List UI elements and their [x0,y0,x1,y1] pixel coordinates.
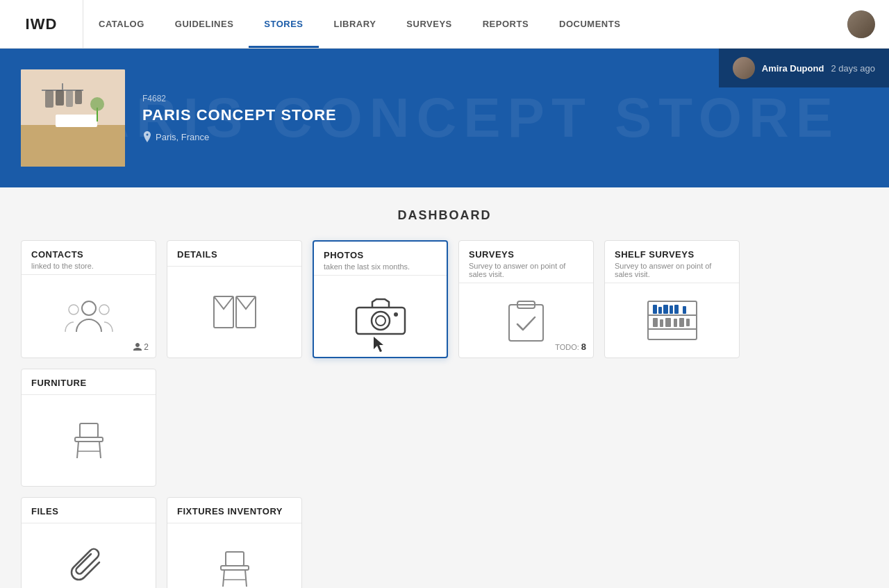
surveys-todo-badge: TODO: 8 [555,342,586,352]
svg-rect-20 [509,305,543,341]
svg-rect-34 [674,319,677,327]
svg-point-11 [82,301,96,315]
nav-links: CATALOG GUIDELINES STORES LIBRARY SURVEY… [83,0,847,48]
card-furniture-title: FURNITURE [31,378,146,388]
svg-rect-28 [670,305,673,314]
user-badge-avatar [733,57,755,79]
nav-library[interactable]: LIBRARY [319,0,392,48]
user-time: 2 days ago [831,63,875,74]
card-shelf-surveys-title: SHELF SURVEYS [615,249,729,260]
card-surveys-header: SURVEYS Survey to answer on point of sal… [459,241,593,283]
card-shelf-surveys-header: SHELF SURVEYS Survey to answer on point … [605,241,739,283]
card-details-header: DETAILS [167,241,301,267]
card-surveys[interactable]: SURVEYS Survey to answer on point of sal… [458,240,594,358]
contact-badge-icon [133,343,142,351]
card-photos-subtitle: taken the last six months. [324,262,437,271]
card-fixtures-inventory[interactable]: FIXTURES INVENTORY [167,497,302,588]
card-files-body: 2 [22,523,156,588]
svg-rect-8 [56,115,97,127]
svg-rect-29 [674,305,679,314]
dashboard-section: DASHBOARD CONTACTS linked to the store. [0,187,889,588]
svg-rect-38 [80,423,98,437]
svg-rect-4 [45,90,53,108]
cursor-icon [374,337,388,353]
cards-row-2: FILES 2 FIXTURES INVENTORY [21,497,868,588]
svg-point-17 [372,312,390,330]
card-furniture[interactable]: FURNITURE [21,369,156,487]
svg-rect-27 [663,305,668,314]
svg-point-10 [90,97,104,111]
store-code: F4682 [142,94,337,103]
store-img-inner [21,69,125,167]
card-shelf-surveys-body [605,283,739,358]
card-photos-title: PHOTOS [324,250,437,260]
svg-rect-35 [679,318,684,327]
svg-rect-33 [665,318,671,327]
paperclip-icon [65,545,113,589]
store-location: Paris, France [142,131,337,142]
store-image [21,69,125,167]
svg-rect-7 [75,90,82,104]
hero-banner: PARIS CONCEPT STORE F4682 [0,49,889,187]
card-photos-body [314,276,447,357]
survey-checklist-icon [504,298,549,343]
store-name: PARIS CONCEPT STORE [142,106,337,124]
svg-point-13 [99,305,109,314]
svg-line-44 [223,570,224,587]
chair-icon [65,417,113,465]
svg-rect-1 [21,125,125,167]
card-fixtures-header: FIXTURES INVENTORY [167,498,301,523]
card-surveys-title: SURVEYS [469,249,583,260]
card-details[interactable]: DETAILS [167,240,302,358]
card-contacts-header: CONTACTS linked to the store. [22,241,156,275]
logo-text: IWD [26,15,58,33]
card-surveys-body: TODO: 8 [459,283,593,358]
svg-rect-6 [66,90,73,107]
svg-rect-36 [686,319,690,326]
svg-rect-43 [226,552,244,566]
card-photos[interactable]: PHOTOS taken the last six months. [313,240,448,358]
cards-row-1: CONTACTS linked to the store. 2 [21,240,868,487]
card-contacts[interactable]: CONTACTS linked to the store. 2 [21,240,156,358]
svg-rect-25 [653,305,657,314]
hero-user-badge: Amira Dupond 2 days ago [719,49,889,87]
details-icon [210,289,259,335]
svg-point-18 [376,316,385,326]
nav-surveys[interactable]: SURVEYS [391,0,467,48]
card-details-body [167,267,301,358]
card-shelf-surveys[interactable]: SHELF SURVEYS Survey to answer on point … [604,240,740,358]
nav-catalog[interactable]: CATALOG [83,0,160,48]
card-furniture-body [22,395,156,486]
camera-icon [353,294,408,339]
shelf-icon [645,298,700,343]
nav-documents[interactable]: DOCUMENTS [544,0,635,48]
svg-line-39 [77,442,78,458]
svg-rect-31 [653,318,658,327]
card-files-header: FILES [22,498,156,523]
logo[interactable]: IWD [0,0,83,48]
card-files[interactable]: FILES 2 [21,497,156,588]
store-location-text: Paris, France [156,132,209,142]
card-shelf-surveys-subtitle: Survey to answer on point of sales visit… [615,262,729,278]
fixtures-chair-icon [210,545,259,589]
user-avatar-nav[interactable] [847,10,875,38]
card-details-title: DETAILS [177,249,292,260]
navbar: IWD CATALOG GUIDELINES STORES LIBRARY SU… [0,0,889,49]
card-contacts-title: CONTACTS [31,249,146,260]
card-surveys-subtitle: Survey to answer on point of sales visit… [469,262,583,278]
location-pin-icon [142,131,152,142]
card-fixtures-title: FIXTURES INVENTORY [177,506,292,516]
svg-rect-30 [683,306,686,314]
svg-point-12 [69,305,78,314]
nav-reports[interactable]: REPORTS [467,0,544,48]
svg-point-19 [394,312,398,317]
card-furniture-header: FURNITURE [22,369,156,395]
card-fixtures-body [167,523,301,588]
svg-line-40 [99,442,101,458]
card-contacts-body: 2 [22,275,156,358]
card-photos-header: PHOTOS taken the last six months. [314,242,447,276]
nav-stores[interactable]: STORES [249,0,318,48]
card-contacts-subtitle: linked to the store. [31,262,146,270]
contacts-icon [61,296,117,337]
nav-guidelines[interactable]: GUIDELINES [160,0,249,48]
